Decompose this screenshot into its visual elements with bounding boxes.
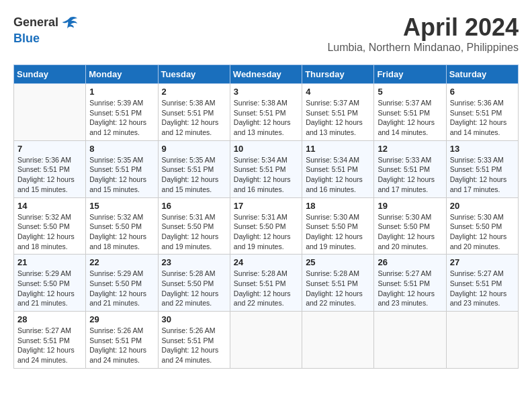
calendar-cell: 15Sunrise: 5:32 AMSunset: 5:50 PMDayligh… — [86, 197, 158, 255]
calendar-cell: 6Sunrise: 5:36 AMSunset: 5:51 PMDaylight… — [446, 84, 518, 141]
day-info: Sunrise: 5:27 AMSunset: 5:51 PMDaylight:… — [17, 326, 82, 365]
calendar-cell: 30Sunrise: 5:26 AMSunset: 5:51 PMDayligh… — [158, 312, 230, 369]
week-row-1: 1Sunrise: 5:39 AMSunset: 5:51 PMDaylight… — [14, 84, 519, 141]
day-number: 27 — [450, 257, 515, 267]
day-number: 9 — [162, 144, 226, 154]
day-number: 17 — [234, 201, 298, 211]
day-number: 28 — [17, 314, 82, 324]
calendar-cell: 25Sunrise: 5:28 AMSunset: 5:51 PMDayligh… — [302, 255, 374, 312]
day-number: 19 — [378, 201, 442, 211]
day-number: 21 — [17, 257, 82, 267]
column-header-thursday: Thursday — [302, 65, 374, 84]
day-number: 8 — [89, 144, 154, 154]
day-number: 14 — [17, 201, 82, 211]
column-header-monday: Monday — [86, 65, 158, 84]
day-info: Sunrise: 5:30 AMSunset: 5:50 PMDaylight:… — [306, 212, 370, 252]
day-number: 29 — [89, 314, 154, 324]
day-info: Sunrise: 5:33 AMSunset: 5:51 PMDaylight:… — [450, 155, 515, 195]
calendar-cell: 27Sunrise: 5:27 AMSunset: 5:51 PMDayligh… — [446, 255, 518, 312]
day-info: Sunrise: 5:34 AMSunset: 5:51 PMDaylight:… — [234, 155, 298, 195]
calendar-cell — [230, 312, 302, 369]
calendar-cell: 17Sunrise: 5:31 AMSunset: 5:50 PMDayligh… — [230, 197, 302, 255]
logo-general: General — [13, 16, 58, 30]
calendar-header-row: SundayMondayTuesdayWednesdayThursdayFrid… — [14, 65, 519, 84]
calendar-cell: 12Sunrise: 5:33 AMSunset: 5:51 PMDayligh… — [374, 140, 446, 197]
logo: General Blue — [13, 13, 79, 46]
day-info: Sunrise: 5:37 AMSunset: 5:51 PMDaylight:… — [306, 98, 370, 138]
day-number: 30 — [162, 314, 226, 324]
calendar-cell: 5Sunrise: 5:37 AMSunset: 5:51 PMDaylight… — [374, 84, 446, 141]
day-number: 23 — [162, 257, 226, 267]
column-header-tuesday: Tuesday — [158, 65, 230, 84]
column-header-friday: Friday — [374, 65, 446, 84]
day-info: Sunrise: 5:27 AMSunset: 5:51 PMDaylight:… — [450, 269, 515, 308]
day-info: Sunrise: 5:34 AMSunset: 5:51 PMDaylight:… — [306, 155, 370, 195]
calendar-cell: 29Sunrise: 5:26 AMSunset: 5:51 PMDayligh… — [86, 312, 158, 369]
day-info: Sunrise: 5:36 AMSunset: 5:51 PMDaylight:… — [450, 98, 515, 138]
day-number: 11 — [306, 144, 370, 154]
calendar-cell: 8Sunrise: 5:35 AMSunset: 5:51 PMDaylight… — [86, 140, 158, 197]
subtitle: Lumbia, Northern Mindanao, Philippines — [327, 42, 519, 54]
column-header-wednesday: Wednesday — [230, 65, 302, 84]
day-number: 16 — [162, 201, 226, 211]
calendar-cell: 4Sunrise: 5:37 AMSunset: 5:51 PMDaylight… — [302, 84, 374, 141]
day-number: 15 — [89, 201, 154, 211]
calendar-cell: 24Sunrise: 5:28 AMSunset: 5:51 PMDayligh… — [230, 255, 302, 312]
day-number: 22 — [89, 257, 154, 267]
calendar-cell: 11Sunrise: 5:34 AMSunset: 5:51 PMDayligh… — [302, 140, 374, 197]
day-number: 13 — [450, 144, 515, 154]
day-number: 1 — [89, 87, 154, 97]
calendar-cell: 23Sunrise: 5:28 AMSunset: 5:50 PMDayligh… — [158, 255, 230, 312]
calendar-cell — [302, 312, 374, 369]
day-info: Sunrise: 5:32 AMSunset: 5:50 PMDaylight:… — [89, 212, 154, 252]
column-header-sunday: Sunday — [14, 65, 86, 84]
day-info: Sunrise: 5:30 AMSunset: 5:50 PMDaylight:… — [378, 212, 442, 252]
calendar-cell: 20Sunrise: 5:30 AMSunset: 5:50 PMDayligh… — [446, 197, 518, 255]
day-info: Sunrise: 5:27 AMSunset: 5:51 PMDaylight:… — [378, 269, 442, 308]
calendar-cell — [14, 84, 86, 141]
day-info: Sunrise: 5:26 AMSunset: 5:51 PMDaylight:… — [89, 326, 154, 365]
day-info: Sunrise: 5:35 AMSunset: 5:51 PMDaylight:… — [89, 155, 154, 195]
week-row-5: 28Sunrise: 5:27 AMSunset: 5:51 PMDayligh… — [14, 312, 519, 369]
day-info: Sunrise: 5:29 AMSunset: 5:50 PMDaylight:… — [89, 269, 154, 308]
calendar-cell: 14Sunrise: 5:32 AMSunset: 5:50 PMDayligh… — [14, 197, 86, 255]
calendar-cell: 3Sunrise: 5:38 AMSunset: 5:51 PMDaylight… — [230, 84, 302, 141]
calendar-cell: 26Sunrise: 5:27 AMSunset: 5:51 PMDayligh… — [374, 255, 446, 312]
calendar-cell: 28Sunrise: 5:27 AMSunset: 5:51 PMDayligh… — [14, 312, 86, 369]
column-header-saturday: Saturday — [446, 65, 518, 84]
logo-bird-icon — [60, 13, 79, 32]
week-row-2: 7Sunrise: 5:36 AMSunset: 5:51 PMDaylight… — [14, 140, 519, 197]
day-number: 25 — [306, 257, 370, 267]
day-number: 18 — [306, 201, 370, 211]
day-number: 5 — [378, 87, 442, 97]
day-number: 12 — [378, 144, 442, 154]
day-info: Sunrise: 5:28 AMSunset: 5:51 PMDaylight:… — [234, 269, 298, 308]
calendar-cell: 16Sunrise: 5:31 AMSunset: 5:50 PMDayligh… — [158, 197, 230, 255]
calendar-cell: 7Sunrise: 5:36 AMSunset: 5:51 PMDaylight… — [14, 140, 86, 197]
day-info: Sunrise: 5:31 AMSunset: 5:50 PMDaylight:… — [162, 212, 226, 252]
day-info: Sunrise: 5:36 AMSunset: 5:51 PMDaylight:… — [17, 155, 82, 195]
day-info: Sunrise: 5:37 AMSunset: 5:51 PMDaylight:… — [378, 98, 442, 138]
day-number: 6 — [450, 87, 515, 97]
calendar-cell: 10Sunrise: 5:34 AMSunset: 5:51 PMDayligh… — [230, 140, 302, 197]
day-number: 2 — [162, 87, 226, 97]
day-number: 4 — [306, 87, 370, 97]
day-info: Sunrise: 5:38 AMSunset: 5:51 PMDaylight:… — [234, 98, 298, 138]
calendar-cell: 2Sunrise: 5:38 AMSunset: 5:51 PMDaylight… — [158, 84, 230, 141]
day-info: Sunrise: 5:28 AMSunset: 5:51 PMDaylight:… — [306, 269, 370, 308]
day-info: Sunrise: 5:29 AMSunset: 5:50 PMDaylight:… — [17, 269, 82, 308]
day-number: 10 — [234, 144, 298, 154]
week-row-4: 21Sunrise: 5:29 AMSunset: 5:50 PMDayligh… — [14, 255, 519, 312]
day-info: Sunrise: 5:38 AMSunset: 5:51 PMDaylight:… — [162, 98, 226, 138]
main-title: April 2024 — [327, 13, 519, 42]
day-number: 26 — [378, 257, 442, 267]
day-info: Sunrise: 5:35 AMSunset: 5:51 PMDaylight:… — [162, 155, 226, 195]
day-number: 20 — [450, 201, 515, 211]
calendar-table: SundayMondayTuesdayWednesdayThursdayFrid… — [13, 64, 519, 369]
calendar-cell: 21Sunrise: 5:29 AMSunset: 5:50 PMDayligh… — [14, 255, 86, 312]
calendar-cell: 18Sunrise: 5:30 AMSunset: 5:50 PMDayligh… — [302, 197, 374, 255]
day-info: Sunrise: 5:30 AMSunset: 5:50 PMDaylight:… — [450, 212, 515, 252]
day-info: Sunrise: 5:33 AMSunset: 5:51 PMDaylight:… — [378, 155, 442, 195]
day-number: 24 — [234, 257, 298, 267]
calendar-cell: 9Sunrise: 5:35 AMSunset: 5:51 PMDaylight… — [158, 140, 230, 197]
